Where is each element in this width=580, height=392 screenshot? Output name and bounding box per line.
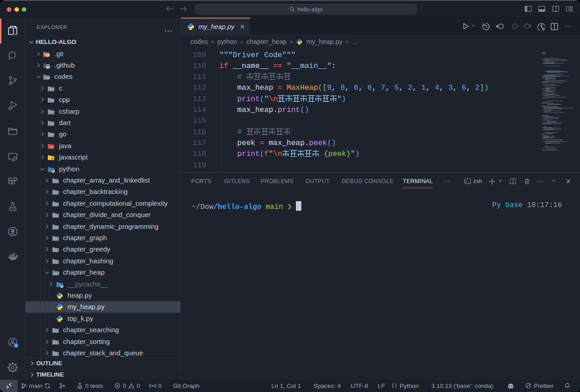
svg-text:1: 1 (15, 344, 17, 347)
svg-text:JS: JS (51, 158, 54, 160)
